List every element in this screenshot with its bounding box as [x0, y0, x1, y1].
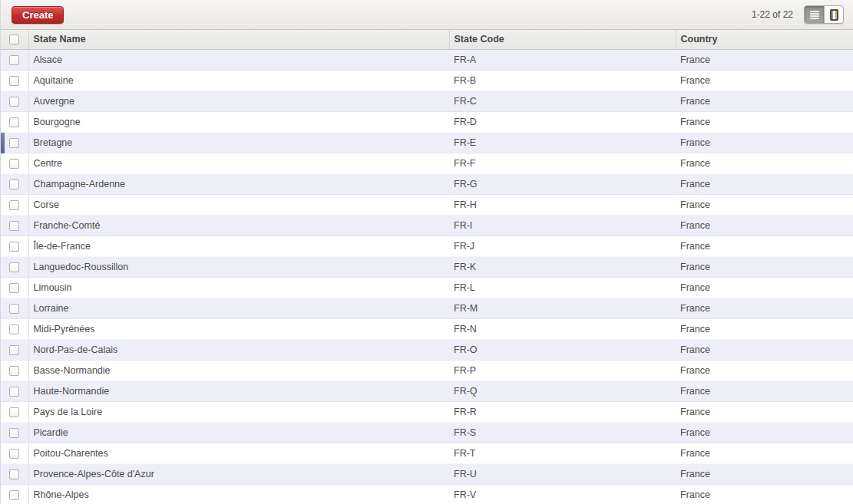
cell-state-name[interactable]: Midi-Pyrénées: [28, 318, 449, 339]
table-row[interactable]: Languedoc-Roussillon FR-K France: [1, 256, 853, 277]
table-row[interactable]: Lorraine FR-M France: [1, 298, 853, 318]
cell-state-code[interactable]: FR-J: [449, 236, 676, 256]
cell-state-name[interactable]: Champagne-Ardenne: [28, 173, 449, 194]
cell-state-name[interactable]: Basse-Normandie: [28, 360, 449, 380]
table-row[interactable]: Basse-Normandie FR-P France: [1, 360, 853, 380]
table-row[interactable]: Poitou-Charentes FR-T France: [1, 443, 853, 463]
table-row[interactable]: Pays de la Loire FR-R France: [1, 401, 853, 422]
row-checkbox[interactable]: [9, 180, 19, 189]
cell-state-name[interactable]: Bourgogne: [28, 111, 449, 132]
cell-state-code[interactable]: FR-D: [449, 111, 676, 132]
cell-state-code[interactable]: FR-T: [449, 443, 676, 463]
cell-country[interactable]: France: [676, 91, 853, 111]
form-view-button[interactable]: [824, 6, 843, 23]
cell-country[interactable]: France: [676, 277, 853, 298]
cell-state-code[interactable]: FR-M: [449, 298, 676, 318]
row-checkbox[interactable]: [9, 200, 19, 210]
row-checkbox[interactable]: [9, 345, 19, 355]
cell-state-code[interactable]: FR-N: [449, 318, 676, 339]
row-checkbox[interactable]: [9, 324, 19, 334]
cell-country[interactable]: France: [676, 380, 853, 401]
row-checkbox[interactable]: [9, 490, 19, 500]
cell-state-name[interactable]: Nord-Pas-de-Calais: [28, 339, 449, 360]
row-checkbox[interactable]: [9, 387, 19, 397]
cell-state-name[interactable]: Limousin: [28, 277, 449, 298]
row-checkbox[interactable]: [9, 407, 19, 417]
cell-state-code[interactable]: FR-Q: [449, 380, 676, 401]
cell-country[interactable]: France: [676, 360, 853, 380]
cell-state-name[interactable]: Rhône-Alpes: [28, 484, 449, 504]
table-row[interactable]: Alsace FR-A France: [1, 49, 853, 70]
cell-state-name[interactable]: Lorraine: [28, 298, 449, 318]
cell-country[interactable]: France: [676, 422, 853, 443]
cell-state-code[interactable]: FR-U: [449, 463, 676, 484]
cell-state-name[interactable]: Centre: [28, 153, 449, 173]
cell-country[interactable]: France: [676, 463, 853, 484]
table-row[interactable]: Champagne-Ardenne FR-G France: [1, 173, 853, 194]
cell-state-name[interactable]: Corse: [28, 194, 449, 215]
row-checkbox[interactable]: [9, 469, 19, 479]
row-checkbox[interactable]: [9, 55, 19, 65]
create-button[interactable]: Create: [12, 6, 64, 24]
table-row[interactable]: Corse FR-H France: [1, 194, 853, 215]
row-checkbox[interactable]: [9, 242, 19, 252]
row-checkbox[interactable]: [9, 283, 19, 293]
cell-country[interactable]: France: [676, 339, 853, 360]
cell-country[interactable]: France: [676, 194, 853, 215]
row-checkbox[interactable]: [9, 366, 19, 376]
cell-state-name[interactable]: Provence-Alpes-Côte d'Azur: [28, 463, 449, 484]
list-view-button[interactable]: [805, 6, 824, 23]
cell-country[interactable]: France: [676, 318, 853, 339]
table-row[interactable]: Nord-Pas-de-Calais FR-O France: [1, 339, 853, 360]
table-row[interactable]: Rhône-Alpes FR-V France: [1, 484, 853, 504]
cell-state-code[interactable]: FR-E: [449, 132, 676, 153]
cell-state-name[interactable]: Île-de-France: [28, 236, 449, 256]
cell-state-name[interactable]: Bretagne: [28, 132, 449, 153]
table-row[interactable]: Aquitaine FR-B France: [1, 70, 853, 91]
table-row[interactable]: Bourgogne FR-D France: [1, 111, 853, 132]
cell-state-code[interactable]: FR-P: [449, 360, 676, 380]
cell-state-code[interactable]: FR-A: [449, 49, 676, 70]
cell-country[interactable]: France: [676, 256, 853, 277]
row-checkbox[interactable]: [9, 97, 19, 107]
select-all-checkbox[interactable]: [9, 35, 19, 44]
cell-country[interactable]: France: [676, 236, 853, 256]
cell-country[interactable]: France: [676, 132, 853, 153]
row-checkbox[interactable]: [9, 221, 19, 231]
cell-state-name[interactable]: Picardie: [28, 422, 449, 443]
table-row[interactable]: Bretagne FR-E France: [1, 132, 853, 153]
column-header-state-name[interactable]: State Name: [28, 30, 449, 49]
cell-state-code[interactable]: FR-B: [449, 70, 676, 91]
row-checkbox[interactable]: [9, 138, 19, 148]
cell-state-code[interactable]: FR-I: [449, 215, 676, 236]
cell-country[interactable]: France: [676, 153, 853, 173]
cell-state-code[interactable]: FR-G: [449, 173, 676, 194]
cell-state-code[interactable]: FR-V: [449, 484, 676, 504]
cell-state-code[interactable]: FR-K: [449, 256, 676, 277]
row-checkbox[interactable]: [9, 159, 19, 169]
cell-state-code[interactable]: FR-H: [449, 194, 676, 215]
row-checkbox[interactable]: [9, 304, 19, 314]
row-checkbox[interactable]: [9, 76, 19, 86]
column-header-state-code[interactable]: State Code: [449, 30, 676, 49]
cell-state-name[interactable]: Poitou-Charentes: [28, 443, 449, 463]
cell-country[interactable]: France: [676, 111, 853, 132]
cell-state-name[interactable]: Pays de la Loire: [28, 401, 449, 422]
row-checkbox[interactable]: [9, 117, 19, 127]
table-row[interactable]: Centre FR-F France: [1, 153, 853, 173]
cell-state-code[interactable]: FR-L: [449, 277, 676, 298]
table-row[interactable]: Picardie FR-S France: [1, 422, 853, 443]
column-header-country[interactable]: Country: [676, 30, 853, 49]
cell-country[interactable]: France: [676, 401, 853, 422]
table-row[interactable]: Haute-Normandie FR-Q France: [1, 380, 853, 401]
cell-state-code[interactable]: FR-F: [449, 153, 676, 173]
cell-country[interactable]: France: [676, 70, 853, 91]
table-row[interactable]: Auvergne FR-C France: [1, 91, 853, 111]
cell-state-code[interactable]: FR-R: [449, 401, 676, 422]
table-row[interactable]: Île-de-France FR-J France: [1, 236, 853, 256]
cell-state-name[interactable]: Aquitaine: [28, 70, 449, 91]
cell-state-name[interactable]: Alsace: [28, 49, 449, 70]
cell-country[interactable]: France: [676, 215, 853, 236]
cell-state-code[interactable]: FR-O: [449, 339, 676, 360]
table-row[interactable]: Franche-Comté FR-I France: [1, 215, 853, 236]
